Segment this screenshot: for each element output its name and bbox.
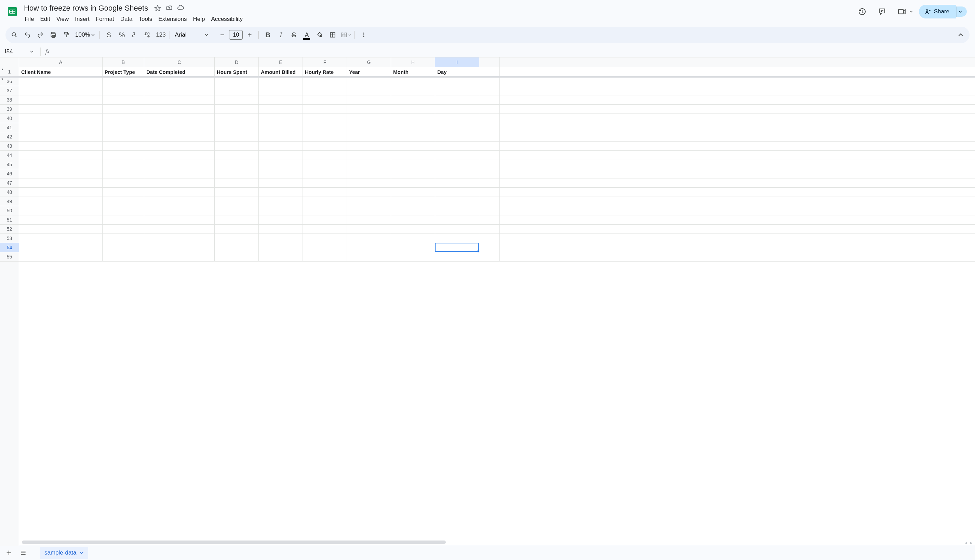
cell[interactable] (435, 86, 479, 95)
cell[interactable] (391, 197, 435, 206)
cell[interactable] (103, 95, 144, 104)
menu-view[interactable]: View (54, 14, 72, 24)
cell[interactable] (435, 215, 479, 224)
cell[interactable] (303, 114, 347, 123)
cell[interactable] (144, 243, 215, 252)
cell[interactable]: Client Name (19, 67, 103, 77)
cell[interactable] (347, 188, 391, 197)
cell[interactable] (19, 123, 103, 132)
cell[interactable] (391, 160, 435, 169)
cell[interactable] (479, 252, 500, 261)
cell[interactable] (215, 243, 259, 252)
row-header-frozen[interactable]: ▲1 (0, 67, 19, 77)
cell[interactable] (19, 132, 103, 141)
cell[interactable] (103, 123, 144, 132)
row-header[interactable]: 43 (0, 142, 19, 151)
cell[interactable] (479, 225, 500, 233)
cell[interactable] (303, 215, 347, 224)
column-header[interactable]: A (19, 57, 103, 67)
cell[interactable] (103, 206, 144, 215)
cell[interactable] (19, 215, 103, 224)
cell[interactable] (19, 169, 103, 178)
cell[interactable] (259, 225, 303, 233)
share-dropdown[interactable] (956, 7, 967, 17)
menu-format[interactable]: Format (93, 14, 117, 24)
cell[interactable] (259, 215, 303, 224)
cell[interactable] (303, 151, 347, 160)
cell[interactable] (19, 105, 103, 113)
cell[interactable] (435, 197, 479, 206)
cloud-icon[interactable] (177, 4, 185, 12)
menu-help[interactable]: Help (190, 14, 208, 24)
number-format-button[interactable]: 123 (155, 29, 167, 41)
column-header[interactable]: C (144, 57, 215, 67)
column-header[interactable] (479, 57, 500, 67)
cell[interactable] (103, 77, 144, 86)
cell[interactable] (303, 206, 347, 215)
cell[interactable] (215, 95, 259, 104)
menu-edit[interactable]: Edit (37, 14, 53, 24)
cell[interactable] (303, 169, 347, 178)
cell[interactable] (347, 95, 391, 104)
cell[interactable] (144, 142, 215, 150)
cell[interactable] (144, 234, 215, 243)
cell[interactable] (479, 105, 500, 113)
cell[interactable] (215, 206, 259, 215)
cell[interactable] (391, 252, 435, 261)
menu-tools[interactable]: Tools (136, 14, 155, 24)
cell[interactable] (479, 188, 500, 197)
cell[interactable] (303, 77, 347, 86)
cell[interactable] (303, 243, 347, 252)
cell[interactable] (479, 197, 500, 206)
cell[interactable] (303, 132, 347, 141)
borders-icon[interactable] (327, 29, 339, 41)
menu-insert[interactable]: Insert (72, 14, 92, 24)
bold-icon[interactable]: B (262, 29, 274, 41)
cell[interactable] (103, 225, 144, 233)
cell[interactable]: Hourly Rate (303, 67, 347, 77)
cell[interactable] (303, 160, 347, 169)
row-header[interactable]: ▼36 (0, 77, 19, 86)
sheet-tab-active[interactable]: sample-data (40, 547, 88, 559)
percent-icon[interactable]: % (115, 29, 128, 41)
cell[interactable] (103, 215, 144, 224)
cell[interactable] (479, 132, 500, 141)
cell[interactable] (347, 243, 391, 252)
cell[interactable] (215, 123, 259, 132)
cell[interactable] (391, 142, 435, 150)
strikethrough-icon[interactable]: S (288, 29, 300, 41)
horizontal-scrollbar[interactable] (19, 540, 961, 544)
merge-cells-icon[interactable] (340, 29, 352, 41)
cell[interactable] (347, 215, 391, 224)
cell[interactable] (19, 86, 103, 95)
column-header[interactable]: H (391, 57, 435, 67)
cell[interactable] (479, 86, 500, 95)
cell[interactable] (303, 86, 347, 95)
cell[interactable] (259, 132, 303, 141)
cell[interactable] (259, 243, 303, 252)
cell[interactable] (391, 132, 435, 141)
cell[interactable] (347, 160, 391, 169)
cell[interactable]: Day (435, 67, 479, 77)
menu-extensions[interactable]: Extensions (155, 14, 189, 24)
cell[interactable] (479, 123, 500, 132)
scroll-right-icon[interactable]: ▶ (969, 540, 973, 546)
cell[interactable] (103, 86, 144, 95)
cell[interactable] (391, 215, 435, 224)
cell[interactable] (103, 188, 144, 197)
cell[interactable] (479, 67, 500, 77)
cell[interactable] (347, 142, 391, 150)
cell[interactable] (144, 160, 215, 169)
row-header[interactable]: 48 (0, 188, 19, 197)
row-header[interactable]: 49 (0, 197, 19, 206)
cell[interactable] (215, 188, 259, 197)
cell[interactable] (259, 169, 303, 178)
cell[interactable]: Year (347, 67, 391, 77)
cell[interactable] (259, 142, 303, 150)
cell[interactable] (259, 151, 303, 160)
cell[interactable] (144, 132, 215, 141)
scroll-left-icon[interactable]: ◀ (963, 540, 968, 546)
cell[interactable] (347, 77, 391, 86)
cell[interactable] (435, 95, 479, 104)
fill-color-icon[interactable] (313, 29, 326, 41)
